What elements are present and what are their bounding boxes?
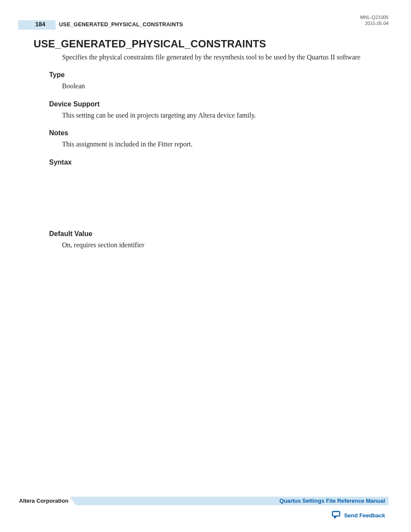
- footer-company: Altera Corporation: [19, 498, 68, 504]
- send-feedback-link[interactable]: Send Feedback: [331, 510, 385, 520]
- section-text-default-value: On, requires section identifier: [34, 240, 389, 250]
- page-content: USE_GENERATED_PHYSICAL_CONSTRAINTS Speci…: [34, 38, 389, 259]
- page: 184 USE_GENERATED_PHYSICAL_CONSTRAINTS M…: [0, 0, 411, 532]
- section-heading-notes: Notes: [49, 129, 389, 137]
- speech-bubble-icon: [331, 510, 341, 520]
- section-default-value: Default Value On, requires section ident…: [34, 230, 389, 250]
- document-meta: MNL-Q21005 2015.05.04: [360, 14, 389, 26]
- footer-manual-link[interactable]: Quartus Settings File Reference Manual: [279, 498, 385, 504]
- section-heading-default-value: Default Value: [49, 230, 389, 238]
- section-device-support: Device Support This setting can be used …: [34, 100, 389, 120]
- page-header: 184 USE_GENERATED_PHYSICAL_CONSTRAINTS M…: [18, 20, 389, 30]
- document-date: 2015.05.04: [360, 20, 389, 26]
- section-heading-type: Type: [49, 71, 389, 79]
- syntax-placeholder: [34, 169, 389, 221]
- section-heading-device-support: Device Support: [49, 100, 389, 108]
- running-title: USE_GENERATED_PHYSICAL_CONSTRAINTS: [59, 22, 183, 28]
- svg-rect-0: [332, 511, 339, 516]
- page-number: 184: [18, 21, 45, 28]
- section-notes: Notes This assignment is included in the…: [34, 129, 389, 149]
- page-title: USE_GENERATED_PHYSICAL_CONSTRAINTS: [34, 38, 389, 50]
- document-id: MNL-Q21005: [360, 14, 389, 20]
- section-text-notes: This assignment is included in the Fitte…: [34, 140, 389, 149]
- title-description: Specifies the physical constraints file …: [34, 53, 389, 62]
- footer-bar: Altera Corporation Quartus Settings File…: [19, 497, 389, 505]
- section-text-device-support: This setting can be used in projects tar…: [34, 111, 389, 120]
- section-heading-syntax: Syntax: [49, 159, 389, 166]
- send-feedback-label: Send Feedback: [344, 512, 385, 519]
- section-type: Type Boolean: [34, 71, 389, 91]
- section-text-type: Boolean: [34, 81, 389, 91]
- page-footer: Altera Corporation Quartus Settings File…: [19, 497, 389, 505]
- section-syntax: Syntax: [34, 159, 389, 221]
